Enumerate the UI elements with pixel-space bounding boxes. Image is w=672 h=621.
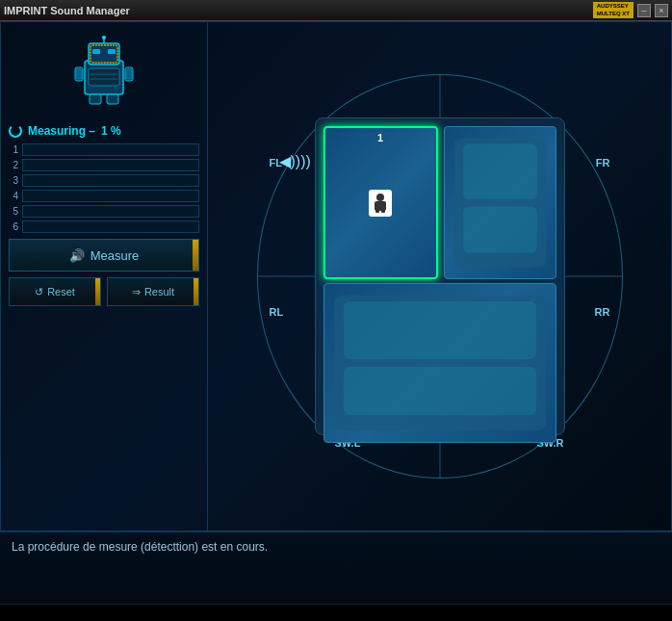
svg-rect-12 bbox=[90, 94, 101, 104]
measure-label: Measure bbox=[90, 248, 140, 263]
svg-rect-24 bbox=[344, 301, 536, 359]
rl-label: RL bbox=[270, 306, 284, 318]
bar-label-2: 2 bbox=[9, 160, 18, 170]
svg-point-15 bbox=[102, 36, 106, 39]
bar-row-6: 6 bbox=[9, 220, 199, 233]
speaker-icon: 🔊 bbox=[69, 248, 85, 263]
car-interior: 1 bbox=[315, 117, 565, 435]
fr-label: FR bbox=[596, 157, 610, 168]
title-right-controls: AUDYSSEY MULTEQ XT – × bbox=[593, 2, 668, 17]
front-right-seat bbox=[444, 126, 556, 279]
status-message: La procédure de mesure (détecttion) est … bbox=[12, 540, 268, 554]
bar-row-1: 1 bbox=[9, 143, 199, 156]
robot-icon bbox=[65, 34, 142, 111]
reset-button[interactable]: ↺ Reset bbox=[9, 277, 101, 306]
svg-rect-5 bbox=[89, 68, 119, 86]
bottom-buttons: ↺ Reset ⇒ Result bbox=[9, 277, 199, 306]
bar-row-5: 5 bbox=[9, 205, 199, 218]
status-bar: La procédure de mesure (détecttion) est … bbox=[0, 531, 672, 604]
svg-rect-22 bbox=[463, 206, 537, 252]
bar-track-4 bbox=[22, 190, 199, 202]
left-panel: Measuring – 1 % 1 2 3 4 5 bbox=[1, 22, 208, 530]
seat-person-icon bbox=[369, 190, 392, 217]
title-bar: IMPRINT Sound Manager AUDYSSEY MULTEQ XT… bbox=[0, 0, 672, 21]
bar-label-3: 3 bbox=[9, 175, 18, 186]
audyssey-badge: AUDYSSEY MULTEQ XT bbox=[593, 2, 633, 17]
seat-number-1: 1 bbox=[377, 132, 383, 143]
rr-label: RR bbox=[595, 306, 610, 318]
rear-seat bbox=[323, 283, 556, 443]
svg-rect-18 bbox=[375, 208, 379, 213]
status-spinner bbox=[9, 124, 22, 138]
measure-button[interactable]: 🔊 Measure bbox=[9, 239, 199, 272]
bar-row-2: 2 bbox=[9, 159, 199, 171]
status-label: Measuring – bbox=[28, 124, 95, 138]
main-area: Measuring – 1 % 1 2 3 4 5 bbox=[0, 21, 672, 531]
front-left-seat: 1 bbox=[323, 126, 438, 279]
bar-track-5 bbox=[22, 205, 199, 218]
fl-speaker-icon: ◀)))) bbox=[279, 152, 311, 170]
svg-rect-10 bbox=[76, 69, 82, 79]
result-label: Result bbox=[144, 286, 174, 298]
status-row: Measuring – 1 % bbox=[9, 124, 199, 138]
robot-area bbox=[9, 30, 199, 118]
right-panel: FL FR RL RR SW.L SW.R ◀)))) 1 bbox=[208, 22, 671, 530]
svg-rect-3 bbox=[92, 49, 100, 54]
car-circle: FL FR RL RR SW.L SW.R ◀)))) 1 bbox=[257, 74, 623, 479]
bar-row-4: 4 bbox=[9, 190, 199, 202]
bar-label-5: 5 bbox=[9, 206, 18, 217]
svg-rect-4 bbox=[108, 49, 116, 54]
bar-track-6 bbox=[22, 220, 199, 233]
status-percent: 1 % bbox=[101, 124, 121, 138]
svg-rect-25 bbox=[344, 367, 536, 415]
bar-label-6: 6 bbox=[9, 221, 18, 232]
bar-track-1 bbox=[22, 143, 199, 156]
bottom-area: ///ALPINE bbox=[0, 604, 672, 621]
svg-point-16 bbox=[376, 194, 384, 201]
bar-track-2 bbox=[22, 159, 199, 171]
svg-rect-21 bbox=[463, 143, 537, 198]
result-button[interactable]: ⇒ Result bbox=[107, 277, 199, 306]
bar-label-1: 1 bbox=[9, 144, 18, 155]
bar-track-3 bbox=[22, 174, 199, 187]
reset-label: Reset bbox=[47, 286, 75, 298]
front-seats: 1 bbox=[323, 126, 556, 279]
svg-rect-1 bbox=[89, 43, 119, 65]
reset-icon: ↺ bbox=[35, 286, 43, 298]
bar-label-4: 4 bbox=[9, 191, 18, 201]
result-icon: ⇒ bbox=[132, 286, 141, 298]
close-button[interactable]: × bbox=[655, 4, 668, 17]
app-title: IMPRINT Sound Manager bbox=[4, 5, 130, 16]
progress-bars-container: 1 2 3 4 5 6 bbox=[9, 143, 199, 233]
svg-rect-13 bbox=[107, 94, 118, 104]
svg-rect-11 bbox=[126, 69, 132, 79]
minimize-button[interactable]: – bbox=[637, 4, 651, 17]
rear-seats bbox=[323, 283, 556, 443]
svg-rect-19 bbox=[381, 208, 385, 213]
bar-row-3: 3 bbox=[9, 174, 199, 187]
